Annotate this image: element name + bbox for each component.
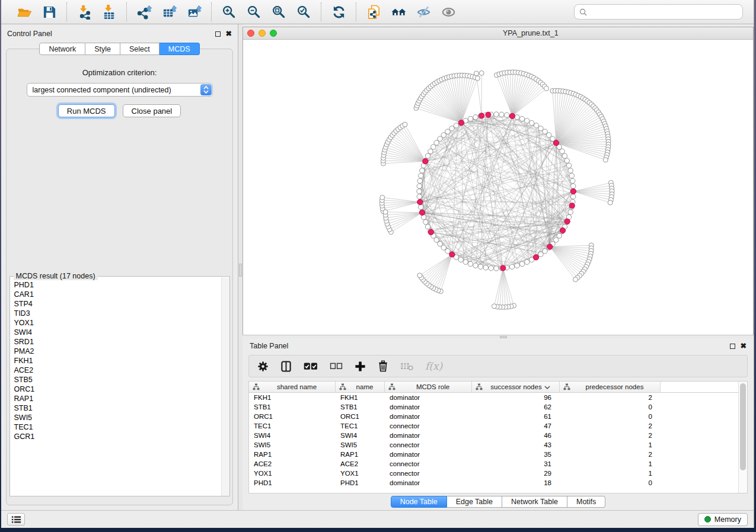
show-hidden-button[interactable] [436,2,461,21]
table-cell[interactable]: 0 [560,412,661,421]
tab-motifs[interactable]: Motifs [567,496,605,508]
search-field[interactable] [574,4,743,20]
mcds-result-item[interactable]: FKH1 [14,356,220,366]
table-cell[interactable]: SWI5 [336,440,385,450]
table-cell[interactable]: ACE2 [249,459,336,469]
mcds-result-item[interactable]: CAR1 [14,290,220,299]
tab-network-table[interactable]: Network Table [502,496,567,508]
table-cell[interactable]: RAP1 [249,450,336,459]
mcds-result-item[interactable]: PHD1 [14,280,220,290]
run-mcds-button[interactable]: Run MCDS [58,104,115,117]
table-cell[interactable]: FKH1 [249,393,336,402]
mcds-result-item[interactable]: ORC1 [14,384,220,394]
mcds-result-item[interactable]: RAP1 [14,394,220,403]
mcds-result-item[interactable]: PMA2 [14,347,220,356]
share-document-button[interactable] [361,2,386,21]
table-cell[interactable]: TEC1 [336,421,385,431]
table-cell[interactable]: 47 [472,421,560,431]
network-canvas[interactable] [243,40,753,335]
table-cell[interactable]: 0 [560,402,661,412]
table-cell[interactable]: connector [385,421,472,431]
mcds-result-item[interactable]: STB5 [14,375,220,384]
table-cell[interactable]: PHD1 [336,478,385,488]
close-panel-icon[interactable]: ✖ [741,342,747,350]
column-header-shared-name[interactable]: shared name [249,382,336,392]
mcds-result-list[interactable]: PHD1CAR1STP4TID3YOX1SWI4SRD1PMA2FKH1ACE2… [10,277,221,496]
mcds-result-item[interactable]: SRD1 [14,337,220,347]
table-cell[interactable]: 2 [560,393,661,402]
table-row[interactable]: YOX1YOX1connector291 [249,469,738,478]
splitter-handle[interactable] [500,336,507,338]
table-cell[interactable]: connector [385,440,472,450]
table-cell[interactable]: 2 [560,450,661,459]
tab-edge-table[interactable]: Edge Table [447,496,502,508]
network-window-titlebar[interactable]: YPA_prune.txt_1 [243,27,753,40]
close-panel-icon[interactable]: ✖ [226,30,232,38]
deselect-all-checks-button[interactable] [330,359,343,373]
minimize-window-icon[interactable] [259,30,266,37]
tab-node-table[interactable]: Node Table [391,496,447,508]
table-row[interactable]: SWI5SWI5connector431 [249,440,738,450]
network-graph[interactable] [243,40,753,335]
table-cell[interactable]: 96 [472,393,560,402]
table-cell[interactable]: 35 [472,450,560,459]
refresh-view-button[interactable] [326,2,351,21]
table-row[interactable]: STB1STB1dominator620 [249,402,738,412]
splitter-handle[interactable] [239,264,242,277]
show-column-panel-button[interactable] [280,359,292,373]
float-panel-icon[interactable] [730,344,735,349]
mcds-result-item[interactable]: YOX1 [14,318,220,328]
import-table-button[interactable] [97,2,122,21]
table-row[interactable]: TEC1TEC1connector472 [249,421,738,431]
tab-style[interactable]: Style [85,43,120,55]
tab-network[interactable]: Network [39,43,85,55]
table-cell[interactable]: TEC1 [249,421,336,431]
tab-select[interactable]: Select [120,43,160,55]
delete-row-button[interactable] [378,359,388,373]
table-cell[interactable]: dominator [385,402,472,412]
table-cell[interactable]: 61 [472,412,560,421]
zoom-selected-button[interactable] [291,2,316,21]
table-cell[interactable]: dominator [385,478,472,488]
close-panel-button[interactable]: Close panel [123,104,181,117]
table-cell[interactable]: 1 [560,440,661,450]
optimization-criterion-dropdown[interactable]: largest connected component (undirected) [27,83,213,97]
hide-selected-button[interactable] [411,2,436,21]
export-image-button[interactable] [181,2,206,21]
table-cell[interactable]: 2 [560,421,661,431]
import-network-button[interactable] [72,2,97,21]
table-cell[interactable]: dominator [385,393,472,402]
search-input[interactable] [591,8,738,16]
table-cell[interactable]: 43 [472,440,560,450]
table-cell[interactable]: SWI4 [249,431,336,440]
table-row[interactable]: ORC1ORC1dominator610 [249,412,738,421]
mcds-result-item[interactable]: SWI4 [14,328,220,337]
maximize-window-icon[interactable] [270,30,277,37]
select-all-checks-button[interactable] [304,359,318,373]
table-cell[interactable]: 1 [560,469,661,478]
close-window-icon[interactable] [247,30,254,37]
mcds-result-item[interactable]: SWI5 [14,413,220,422]
table-cell[interactable]: YOX1 [249,469,336,478]
add-row-button[interactable] [355,359,366,373]
table-cell[interactable]: RAP1 [336,450,385,459]
table-cell[interactable]: ORC1 [249,412,336,421]
table-cell[interactable]: connector [385,469,472,478]
memory-button[interactable]: Memory [698,513,748,526]
table-cell[interactable]: FKH1 [336,393,385,402]
table-cell[interactable]: SWI4 [336,431,385,440]
table-cell[interactable]: 1 [560,459,661,469]
column-header-predecessor-nodes[interactable]: predecessor nodes [560,382,661,392]
table-cell[interactable]: ACE2 [336,459,385,469]
table-cell[interactable]: 46 [472,431,560,440]
table-row[interactable]: ACE2ACE2connector311 [249,459,738,469]
table-cell[interactable]: YOX1 [336,469,385,478]
zoom-out-button[interactable] [241,2,266,21]
table-cell[interactable]: STB1 [249,402,336,412]
table-cell[interactable]: 18 [472,478,560,488]
mcds-result-item[interactable]: ACE2 [14,366,220,375]
mcds-result-item[interactable]: STB1 [14,403,220,413]
table-cell[interactable]: 62 [472,402,560,412]
table-cell[interactable]: 29 [472,469,560,478]
table-cell[interactable]: 0 [560,478,661,488]
